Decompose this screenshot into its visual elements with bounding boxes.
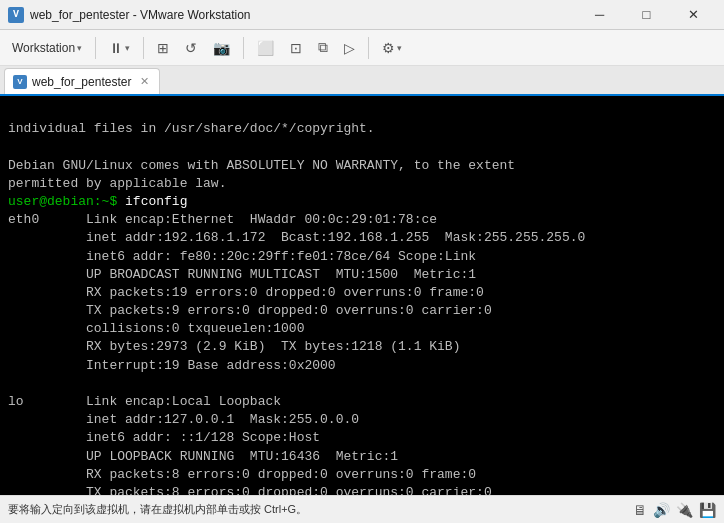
toolbar-sep-2 xyxy=(143,37,144,59)
toolbar-sep-1 xyxy=(95,37,96,59)
pause-button[interactable]: ⏸ ▾ xyxy=(103,37,136,59)
term-eth0-line7: collisions:0 txqueuelen:1000 xyxy=(8,321,312,336)
tabs-button[interactable]: ⧉ xyxy=(312,36,334,59)
fullscreen-icon: ⬜ xyxy=(257,40,274,56)
ctrlaltdel-icon: ⊞ xyxy=(157,40,169,56)
workstation-label: Workstation xyxy=(12,41,75,55)
tab-label: web_for_pentester xyxy=(32,75,131,89)
settings-button[interactable]: ⚙ ▾ xyxy=(376,37,408,59)
term-cmd-1: ifconfig xyxy=(125,194,187,209)
snapshot-button[interactable]: 📷 xyxy=(207,37,236,59)
power-button[interactable]: ↺ xyxy=(179,37,203,59)
settings-icon: ⚙ xyxy=(382,40,395,56)
term-eth0-line5: RX packets:19 errors:0 dropped:0 overrun… xyxy=(8,285,484,300)
status-icons: 🖥 🔊 🔌 💾 xyxy=(633,502,716,518)
tab-vm-icon: V xyxy=(13,75,27,89)
term-eth0-line6: TX packets:9 errors:0 dropped:0 overruns… xyxy=(8,303,492,318)
term-lo-line2: inet addr:127.0.0.1 Mask:255.0.0.0 xyxy=(8,412,359,427)
term-eth0-line2: inet addr:192.168.1.172 Bcast:192.168.1.… xyxy=(8,230,585,245)
status-bar: 要将输入定向到该虚拟机，请在虚拟机内部单击或按 Ctrl+G。 🖥 🔊 🔌 💾 xyxy=(0,495,724,523)
term-line-3: permitted by applicable law. xyxy=(8,176,226,191)
snapshot-icon: 📷 xyxy=(213,40,230,56)
term-lo-line3: inet6 addr: ::1/128 Scope:Host xyxy=(8,430,320,445)
pause-icon: ⏸ xyxy=(109,40,123,56)
console-icon: ▷ xyxy=(344,40,355,56)
vm-tab[interactable]: V web_for_pentester ✕ xyxy=(4,68,160,94)
term-lo-line6: TX packets:8 errors:0 dropped:0 overruns… xyxy=(8,485,492,495)
send-ctrlaltdel-button[interactable]: ⊞ xyxy=(151,37,175,59)
tabs-icon: ⧉ xyxy=(318,39,328,56)
window-title: web_for_pentester - VMware Workstation xyxy=(30,8,251,22)
toolbar-sep-3 xyxy=(243,37,244,59)
workstation-menu[interactable]: Workstation ▾ xyxy=(6,38,88,58)
unity-icon: ⊡ xyxy=(290,40,302,56)
disk-status-icon[interactable]: 💾 xyxy=(699,502,716,518)
usb-status-icon[interactable]: 🔌 xyxy=(676,502,693,518)
unity-button[interactable]: ⊡ xyxy=(284,37,308,59)
app-icon: V xyxy=(8,7,24,23)
title-left: V web_for_pentester - VMware Workstation xyxy=(8,7,251,23)
pause-dropdown-icon: ▾ xyxy=(125,43,130,53)
term-eth0-line3: inet6 addr: fe80::20c:29ff:fe01:78ce/64 … xyxy=(8,249,476,264)
term-lo-line5: RX packets:8 errors:0 dropped:0 overruns… xyxy=(8,467,476,482)
tab-close-button[interactable]: ✕ xyxy=(140,75,149,88)
window-controls: ─ □ ✕ xyxy=(577,4,716,26)
fullscreen-button[interactable]: ⬜ xyxy=(251,37,280,59)
title-bar: V web_for_pentester - VMware Workstation… xyxy=(0,0,724,30)
maximize-button[interactable]: □ xyxy=(624,4,669,26)
tab-bar: V web_for_pentester ✕ xyxy=(0,66,724,96)
power-icon: ↺ xyxy=(185,40,197,56)
settings-dropdown-icon: ▾ xyxy=(397,43,402,53)
close-button[interactable]: ✕ xyxy=(671,4,716,26)
term-line-2: Debian GNU/Linux comes with ABSOLUTELY N… xyxy=(8,158,515,173)
terminal-output[interactable]: individual files in /usr/share/doc/*/cop… xyxy=(0,96,724,495)
console-button[interactable]: ▷ xyxy=(338,37,361,59)
term-eth0-line8: RX bytes:2973 (2.9 KiB) TX bytes:1218 (1… xyxy=(8,339,460,354)
term-lo-line4: UP LOOPBACK RUNNING MTU:16436 Metric:1 xyxy=(8,449,398,464)
sound-status-icon[interactable]: 🔊 xyxy=(653,502,670,518)
term-eth0-line9: Interrupt:19 Base address:0x2000 xyxy=(8,358,343,373)
term-prompt-1: user@debian:~$ xyxy=(8,194,117,209)
term-eth0-line1: eth0 Link encap:Ethernet HWaddr 00:0c:29… xyxy=(8,212,453,227)
term-line-0: individual files in /usr/share/doc/*/cop… xyxy=(8,121,375,136)
toolbar: Workstation ▾ ⏸ ▾ ⊞ ↺ 📷 ⬜ ⊡ ⧉ ▷ ⚙ ▾ xyxy=(0,30,724,66)
term-lo-line1: lo Link encap:Local Loopback xyxy=(8,394,297,409)
network-status-icon[interactable]: 🖥 xyxy=(633,502,647,518)
status-message: 要将输入定向到该虚拟机，请在虚拟机内部单击或按 Ctrl+G。 xyxy=(8,502,625,517)
term-eth0-line4: UP BROADCAST RUNNING MULTICAST MTU:1500 … xyxy=(8,267,476,282)
workstation-dropdown-icon: ▾ xyxy=(77,43,82,53)
minimize-button[interactable]: ─ xyxy=(577,4,622,26)
toolbar-sep-4 xyxy=(368,37,369,59)
